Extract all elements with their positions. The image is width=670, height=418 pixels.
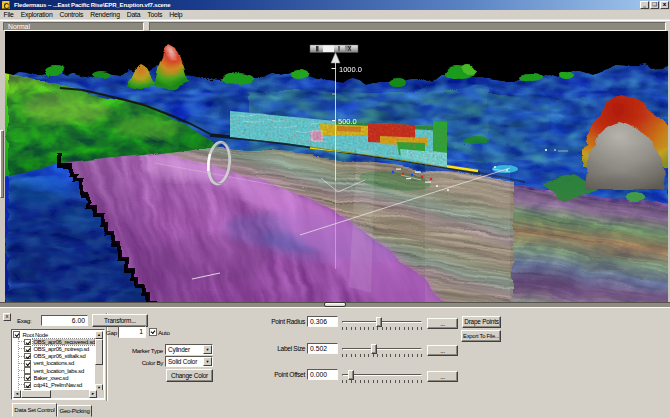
panel-tab[interactable]: Geo-Picking bbox=[57, 405, 92, 417]
axis-label-500: 500.0 bbox=[338, 117, 357, 126]
slider-track[interactable] bbox=[342, 316, 422, 327]
scroll-left-icon[interactable]: ◄ bbox=[13, 390, 21, 398]
panel-close-button[interactable]: x bbox=[3, 313, 11, 321]
dataset-tree[interactable]: Root Node OBS_apr06_recovered.sd OBS_apr… bbox=[11, 329, 105, 400]
toolbar-panel bbox=[149, 22, 666, 31]
gap-label: Gap bbox=[106, 329, 117, 336]
tree-label[interactable]: OBS_apr06_recovered.sd bbox=[33, 339, 97, 345]
splitter-highlight bbox=[0, 307, 670, 308]
menu-item[interactable]: File bbox=[0, 11, 17, 18]
tree-label[interactable]: OBS_apr06_notresp.sd bbox=[33, 346, 91, 352]
slider-more-button[interactable]: ... bbox=[427, 318, 458, 329]
vscroll-thumb[interactable] bbox=[95, 339, 103, 365]
tree-checkbox[interactable] bbox=[24, 346, 31, 353]
slider-label: Label Size bbox=[245, 345, 305, 352]
export-to-file-button[interactable]: Export To File... bbox=[461, 330, 501, 342]
tree-checkbox[interactable] bbox=[24, 360, 31, 367]
exag-input[interactable]: 6.00 bbox=[41, 315, 88, 326]
tree-checkbox[interactable] bbox=[24, 367, 31, 374]
tree-label[interactable]: cdp41_PrelimNav.sd bbox=[33, 382, 84, 388]
tree-checkbox[interactable] bbox=[24, 374, 31, 381]
tree-rows: Root Node OBS_apr06_recovered.sd OBS_apr… bbox=[13, 331, 97, 393]
tree-row[interactable]: vent_location_labs.sd bbox=[13, 367, 97, 374]
tree-label[interactable]: Baker_xsec.sd bbox=[33, 375, 70, 381]
change-color-button[interactable]: Change Color bbox=[166, 369, 213, 382]
tree-hscrollbar[interactable]: ◄ ► bbox=[13, 390, 105, 398]
panel-tab[interactable]: Data Set Control bbox=[12, 403, 57, 417]
slider-track[interactable] bbox=[342, 369, 422, 380]
slider-label: Point Radius bbox=[245, 318, 305, 325]
restore-button[interactable]: ❏ bbox=[650, 1, 659, 9]
marker-type-dropdown-icon[interactable]: ▼ bbox=[203, 345, 212, 354]
auto-checkbox[interactable] bbox=[149, 328, 157, 336]
app-icon bbox=[2, 1, 10, 9]
left-frame-handle[interactable] bbox=[0, 130, 4, 198]
tree-checkbox[interactable] bbox=[24, 382, 31, 389]
tree-label[interactable]: OBS_apr06_stiltalk.sd bbox=[33, 353, 87, 359]
slider-handle[interactable] bbox=[348, 370, 354, 380]
menu-item[interactable]: Controls bbox=[56, 11, 87, 18]
color-by-combo[interactable]: Solid Color ▼ bbox=[165, 356, 213, 367]
viewport-left-frame bbox=[0, 31, 5, 302]
slider-track-line bbox=[342, 374, 422, 376]
slider-track-line bbox=[342, 321, 422, 323]
application-window: Fledermaus -- ...East Pacific Rise\EPR_E… bbox=[0, 0, 670, 418]
slider-handle[interactable] bbox=[371, 344, 377, 354]
menu-item[interactable]: Help bbox=[166, 11, 186, 18]
slider-handle[interactable] bbox=[376, 317, 382, 327]
menu-item[interactable]: Rendering bbox=[87, 11, 124, 18]
tree-checkbox[interactable] bbox=[24, 339, 31, 346]
slider-track[interactable] bbox=[342, 343, 422, 354]
tree-row[interactable]: cdp41_PrelimNav.sd bbox=[13, 381, 97, 388]
slider-value-input[interactable]: 0.306 bbox=[307, 316, 338, 327]
tree-row[interactable]: OBS_apr06_recovered.sd bbox=[13, 338, 97, 345]
tree-row[interactable]: Root Node bbox=[13, 331, 97, 338]
color-by-value: Solid Color bbox=[168, 358, 197, 365]
menu-item[interactable]: Data bbox=[123, 11, 144, 18]
auto-label: Auto bbox=[158, 329, 170, 336]
slider-value-input[interactable]: 0.000 bbox=[307, 369, 338, 380]
hscroll-thumb[interactable] bbox=[21, 390, 51, 398]
menu-item[interactable]: Exploration bbox=[17, 11, 56, 18]
tree-row[interactable]: Baker_xsec.sd bbox=[13, 374, 97, 381]
color-by-label: Color By bbox=[123, 359, 163, 366]
tree-row[interactable]: vent_locations.sd bbox=[13, 360, 97, 367]
color-by-dropdown-icon[interactable]: ▼ bbox=[203, 357, 212, 366]
slider-label: Point Offset bbox=[245, 371, 305, 378]
slider-more-button[interactable]: ... bbox=[427, 371, 458, 382]
menu-bar: FileExplorationControlsRenderingDataTool… bbox=[0, 10, 670, 20]
slider-ticks bbox=[342, 327, 422, 330]
tree-vscrollbar[interactable]: ▲ ▼ bbox=[95, 331, 103, 392]
slider-track-line bbox=[342, 348, 422, 350]
scene-3d: 1000.0 500.0 bbox=[5, 31, 668, 302]
tree-row[interactable]: OBS_apr06_notresp.sd bbox=[13, 345, 97, 352]
tree-row[interactable]: OBS_apr06_stiltalk.sd bbox=[13, 353, 97, 360]
title-bar: Fledermaus -- ...East Pacific Rise\EPR_E… bbox=[0, 0, 670, 10]
marker-type-value: Cylinder bbox=[168, 346, 190, 353]
minimize-button[interactable]: _ bbox=[640, 1, 649, 9]
slider-ticks bbox=[342, 380, 422, 383]
drape-points-button[interactable]: Drape Points bbox=[462, 316, 501, 328]
tree-label[interactable]: vent_locations.sd bbox=[33, 360, 75, 366]
gap-input[interactable]: 1 bbox=[118, 326, 146, 338]
window-buttons: _ ❏ x bbox=[640, 1, 669, 9]
exag-label: Exag: bbox=[17, 317, 31, 324]
scroll-up-icon[interactable]: ▲ bbox=[95, 331, 103, 339]
slider-ticks bbox=[342, 354, 422, 357]
slider-more-button[interactable]: ... bbox=[427, 345, 458, 356]
scene-viewport[interactable]: 1000.0 500.0 bbox=[5, 31, 668, 302]
tree-checkbox[interactable] bbox=[13, 331, 20, 338]
mode-panel[interactable]: Normal bbox=[3, 22, 144, 31]
tree-label[interactable]: Root Node bbox=[22, 332, 49, 338]
menu-item[interactable]: Tools bbox=[144, 11, 166, 18]
marker-type-combo[interactable]: Cylinder ▼ bbox=[165, 344, 213, 355]
tree-label[interactable]: vent_location_labs.sd bbox=[33, 368, 85, 374]
axis-label-1000: 1000.0 bbox=[339, 65, 362, 74]
mode-label: Normal bbox=[8, 23, 30, 31]
scroll-right-icon[interactable]: ► bbox=[89, 390, 97, 398]
slider-value-input[interactable]: 0.502 bbox=[307, 343, 338, 354]
tree-checkbox[interactable] bbox=[24, 353, 31, 360]
window-title: Fledermaus -- ...East Pacific Rise\EPR_E… bbox=[14, 2, 171, 8]
splitter-bar bbox=[0, 302, 670, 310]
close-button[interactable]: x bbox=[660, 1, 669, 9]
